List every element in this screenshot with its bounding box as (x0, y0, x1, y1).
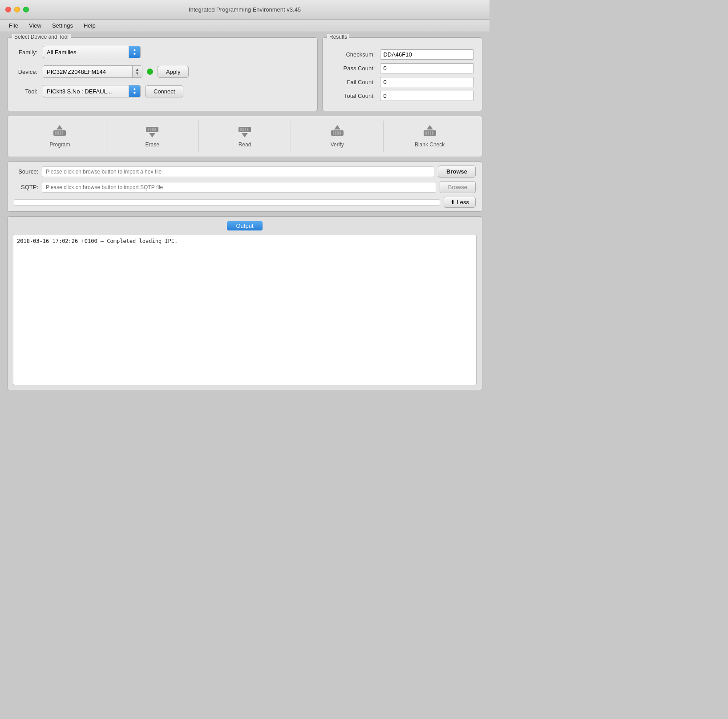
svg-rect-17 (247, 128, 248, 131)
results-grid: Checksum: Pass Count: Fail Count: Total … (329, 46, 476, 105)
verify-button[interactable]: Verify (291, 121, 384, 152)
svg-rect-26 (425, 131, 427, 135)
svg-rect-21 (335, 131, 336, 135)
device-input[interactable] (43, 67, 132, 77)
menu-file[interactable]: File (4, 21, 24, 30)
svg-marker-19 (334, 125, 340, 129)
family-select-wrapper[interactable]: ▲ ▼ (43, 46, 141, 58)
read-icon (237, 125, 253, 139)
svg-marker-13 (242, 133, 248, 137)
svg-rect-3 (57, 131, 59, 135)
source-row: Source: Browse (14, 166, 476, 178)
tool-row: Tool: ▲ ▼ Connect (14, 85, 311, 97)
menu-bar: File View Settings Help (0, 20, 489, 32)
program-label: Program (49, 141, 70, 148)
total-count-value (380, 91, 474, 101)
svg-rect-15 (243, 128, 244, 131)
less-button[interactable]: ⬆ Less (444, 197, 476, 208)
output-panel: Output 2018-03-16 17:02:26 +0100 – Compl… (7, 216, 482, 390)
svg-rect-5 (62, 131, 63, 135)
actions-panel: Program Erase (7, 116, 482, 157)
svg-rect-8 (148, 128, 149, 131)
window-title: Integrated Programming Environment v3.45 (189, 6, 301, 13)
tool-select-wrapper[interactable]: ▲ ▼ (43, 85, 141, 97)
family-label: Family: (14, 49, 43, 56)
output-label: Output (227, 221, 262, 230)
tool-arrow-button[interactable]: ▲ ▼ (129, 85, 140, 97)
menu-view[interactable]: View (24, 21, 47, 30)
apply-button[interactable]: Apply (158, 66, 189, 78)
tool-input[interactable] (43, 86, 129, 97)
blankcheck-icon (422, 125, 438, 139)
verify-label: Verify (331, 141, 344, 148)
read-label: Read (239, 141, 251, 148)
svg-rect-28 (430, 131, 431, 135)
family-input[interactable] (43, 47, 129, 57)
svg-rect-14 (240, 128, 242, 131)
svg-marker-7 (149, 133, 155, 137)
svg-rect-29 (432, 131, 433, 135)
erase-icon (144, 125, 160, 139)
blank-check-button[interactable]: Blank Check (384, 121, 476, 152)
menu-help[interactable]: Help (78, 21, 101, 30)
svg-rect-23 (340, 131, 341, 135)
select-device-panel: Select Device and Tool Family: ▲ ▼ Devic… (7, 37, 318, 111)
file-panel: Source: Browse SQTP: Browse ⬆ Less (7, 162, 482, 212)
results-panel: Results Checksum: Pass Count: Fail Count… (322, 37, 482, 111)
output-header: Output (13, 221, 477, 230)
progress-bar-container (14, 199, 440, 206)
progress-row: ⬆ Less (14, 197, 476, 208)
program-button[interactable]: Program (14, 121, 106, 152)
svg-rect-20 (333, 131, 334, 135)
svg-rect-9 (150, 128, 151, 131)
device-controls: ▲ ▼ Apply (43, 65, 189, 78)
svg-rect-10 (152, 128, 154, 131)
total-count-label: Total Count: (331, 93, 375, 99)
family-arrow-button[interactable]: ▲ ▼ (129, 46, 140, 58)
erase-label: Erase (146, 141, 159, 148)
maximize-button[interactable] (23, 7, 29, 12)
traffic-lights[interactable] (5, 7, 29, 12)
svg-rect-16 (245, 128, 246, 131)
output-log-text: 2018-03-16 17:02:26 +0100 – Completed lo… (17, 238, 178, 244)
svg-rect-11 (154, 128, 156, 131)
sqtp-input[interactable] (42, 182, 436, 193)
svg-marker-25 (427, 125, 433, 129)
checksum-value (380, 49, 474, 60)
sqtp-label: SQTP: (14, 184, 38, 190)
family-row: Family: ▲ ▼ (14, 46, 311, 58)
svg-rect-2 (55, 131, 57, 135)
source-label: Source: (14, 168, 38, 175)
read-button[interactable]: Read (199, 121, 291, 152)
top-row: Select Device and Tool Family: ▲ ▼ Devic… (7, 37, 482, 111)
erase-button[interactable]: Erase (106, 121, 199, 152)
results-panel-title: Results (327, 34, 349, 40)
output-text-area: 2018-03-16 17:02:26 +0100 – Completed lo… (13, 234, 477, 385)
pass-count-value (380, 63, 474, 73)
connect-button[interactable]: Connect (145, 85, 183, 97)
sqtp-browse-button[interactable]: Browse (440, 181, 476, 193)
verify-icon (329, 125, 345, 139)
minimize-button[interactable] (14, 7, 20, 12)
device-select-wrapper[interactable]: ▲ ▼ (43, 65, 142, 78)
menu-settings[interactable]: Settings (47, 21, 78, 30)
select-device-panel-title: Select Device and Tool (12, 34, 71, 40)
tool-label: Tool: (14, 88, 43, 95)
sqtp-row: SQTP: Browse (14, 181, 476, 193)
checksum-label: Checksum: (331, 51, 375, 58)
device-label: Device: (14, 69, 43, 75)
source-input[interactable] (42, 166, 434, 177)
fail-count-label: Fail Count: (331, 79, 375, 85)
source-browse-button[interactable]: Browse (438, 166, 476, 178)
title-bar: Integrated Programming Environment v3.45 (0, 0, 489, 20)
device-arrow-button[interactable]: ▲ ▼ (132, 66, 142, 77)
svg-rect-27 (428, 131, 429, 135)
blank-check-label: Blank Check (415, 141, 445, 148)
main-content: Select Device and Tool Family: ▲ ▼ Devic… (0, 32, 489, 396)
pass-count-label: Pass Count: (331, 65, 375, 72)
close-button[interactable] (5, 7, 11, 12)
tool-controls: ▲ ▼ Connect (43, 85, 183, 97)
svg-rect-22 (337, 131, 339, 135)
device-row: Device: ▲ ▼ Apply (14, 65, 311, 78)
device-status-indicator (147, 69, 153, 75)
